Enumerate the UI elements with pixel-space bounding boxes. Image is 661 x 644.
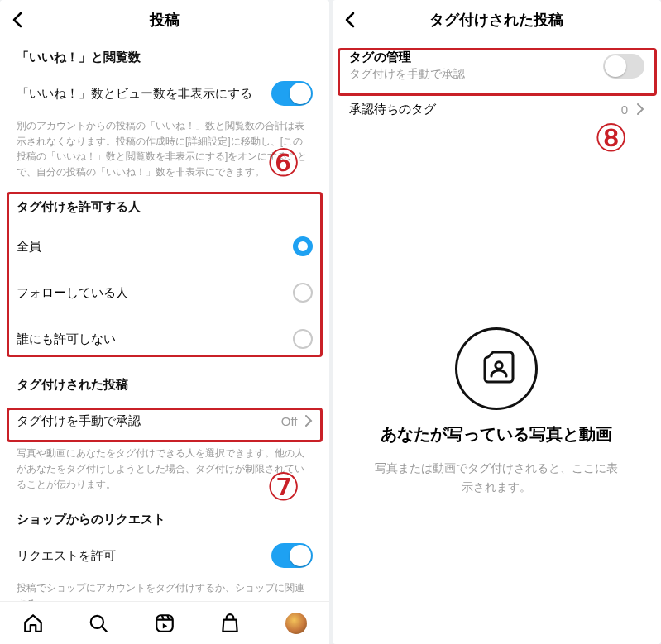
pending-tags-count: 0: [621, 103, 628, 117]
back-button[interactable]: [8, 0, 28, 40]
toggle-knob: [290, 83, 311, 104]
empty-state-title: あなたが写っている写真と動画: [381, 423, 612, 446]
tag-management-subtitle: タグ付けを手動で承認: [349, 67, 465, 82]
toggle-knob: [290, 545, 311, 566]
svg-point-2: [496, 362, 502, 369]
tab-shop[interactable]: [219, 613, 241, 634]
reels-icon: [154, 613, 175, 634]
toggle-knob: [605, 55, 626, 77]
section-tag-permit: タグ付けを許可する人: [0, 189, 329, 215]
section-tag-permit-title: タグ付けを許可する人: [17, 199, 313, 215]
section-likes-title: 「いいね！」と閲覧数: [17, 50, 313, 65]
radio-following-label: フォローしている人: [17, 285, 128, 301]
profile-avatar: [285, 613, 307, 634]
chevron-right-icon: [304, 414, 313, 427]
pending-tags-label: 承認待ちのタグ: [349, 102, 436, 117]
radio-everyone[interactable]: 全員: [17, 223, 313, 270]
row-pending-tags[interactable]: 承認待ちのタグ 0: [333, 88, 662, 130]
empty-state-subtitle: 写真または動画でタグ付けされると、ここに表示されます。: [372, 459, 620, 496]
tab-reels[interactable]: [154, 613, 175, 634]
empty-state-icon-ring: [455, 327, 538, 410]
tag-permit-radios: 全員 フォローしている人 誰にも許可しない: [17, 223, 313, 362]
chevron-right-icon: [636, 103, 644, 116]
section-likes: 「いいね！」と閲覧数 「いいね！」数とビュー数を非表示にする: [0, 40, 329, 117]
search-icon: [88, 613, 109, 634]
back-button[interactable]: [341, 0, 361, 40]
right-header: タグ付けされた投稿: [333, 0, 662, 40]
radio-following[interactable]: フォローしている人: [17, 270, 313, 316]
approve-manually-description: 写真や動画にあなたをタグ付けできる人を選択できます。他の人があなたをタグ付けしよ…: [0, 444, 329, 502]
tab-bar: [0, 601, 329, 644]
row-hide-likes-label: 「いいね！」数とビュー数を非表示にする: [17, 86, 252, 102]
home-icon: [22, 613, 44, 634]
radio-everyone-label: 全員: [17, 239, 41, 255]
row-approve-manually[interactable]: タグ付けを手動で承認 Off: [17, 401, 313, 441]
section-tagged-posts-title: タグ付けされた投稿: [17, 377, 313, 393]
page-title: 投稿: [150, 10, 180, 30]
tab-search[interactable]: [88, 613, 109, 634]
svg-rect-1: [156, 615, 173, 632]
radio-none[interactable]: 誰にも許可しない: [17, 316, 313, 362]
radio-everyone-control[interactable]: [293, 236, 313, 256]
toggle-hide-likes[interactable]: [271, 81, 313, 106]
row-allow-requests[interactable]: リクエストを許可: [17, 536, 313, 575]
empty-state: あなたが写っている写真と動画 写真または動画でタグ付けされると、ここに表示されま…: [333, 130, 662, 644]
tag-management-title: タグの管理: [349, 50, 465, 65]
radio-following-control[interactable]: [293, 283, 313, 303]
back-icon: [8, 10, 28, 30]
toggle-allow-requests[interactable]: [271, 543, 313, 568]
row-allow-requests-label: リクエストを許可: [17, 548, 116, 564]
section-shop-requests-title: ショップからのリクエスト: [17, 512, 313, 527]
back-icon: [341, 10, 361, 30]
tab-home[interactable]: [22, 613, 44, 634]
row-tag-management[interactable]: タグの管理 タグ付けを手動で承認: [333, 40, 662, 88]
radio-none-label: 誰にも許可しない: [17, 332, 116, 347]
row-approve-manually-value: Off: [281, 414, 298, 428]
section-shop-requests: ショップからのリクエスト リクエストを許可: [0, 502, 329, 579]
hide-likes-description: 別のアカウントからの投稿の「いいね！」数と閲覧数の合計は表示されなくなります。投…: [0, 117, 329, 189]
left-header: 投稿: [0, 0, 329, 40]
row-hide-likes[interactable]: 「いいね！」数とビュー数を非表示にする: [17, 74, 313, 113]
page-title: タグ付けされた投稿: [429, 10, 563, 30]
shop-icon: [219, 613, 241, 634]
row-approve-manually-label: タグ付けを手動で承認: [17, 413, 141, 429]
toggle-tag-management[interactable]: [603, 54, 644, 79]
radio-none-control[interactable]: [293, 329, 313, 349]
section-tagged-posts: タグ付けされた投稿 タグ付けを手動で承認 Off: [0, 362, 329, 444]
tag-person-icon: [477, 349, 516, 389]
tab-profile[interactable]: [285, 613, 307, 634]
